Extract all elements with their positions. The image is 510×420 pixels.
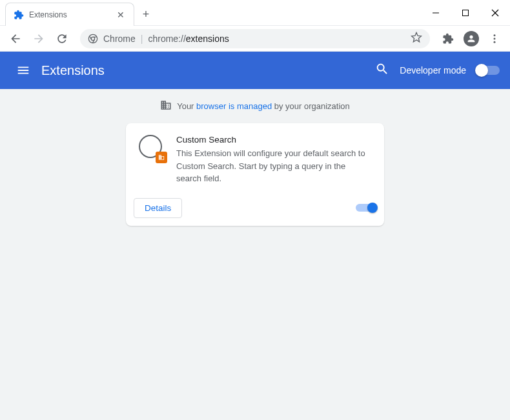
managed-suffix: by your organization [272,101,350,111]
new-tab-button[interactable]: + [137,5,155,23]
omnibox-url: chrome://extensions [148,33,229,45]
extension-toggle[interactable] [356,204,376,212]
menu-icon[interactable] [484,28,505,49]
extensions-icon[interactable] [438,28,458,49]
managed-browser-notice: Your browser is managed by your organiza… [0,97,510,123]
hamburger-menu-icon[interactable] [10,57,36,83]
svg-point-11 [494,41,496,43]
extension-name: Custom Search [176,135,371,145]
back-button[interactable] [5,28,26,49]
managed-badge-icon [156,152,167,163]
developer-mode-toggle[interactable] [476,66,500,75]
maximize-button[interactable] [451,0,480,26]
search-icon[interactable] [375,62,389,79]
address-bar[interactable]: Chrome | chrome://extensions [80,29,430,48]
svg-point-10 [494,37,496,39]
managed-link[interactable]: browser is managed [196,101,272,111]
omnibox-separator: | [141,34,143,44]
content-area: Your browser is managed by your organiza… [0,89,510,420]
window-controls [421,0,510,26]
page-title: Extensions [41,63,105,78]
minimize-button[interactable] [421,0,451,26]
svg-rect-1 [463,10,469,16]
close-tab-icon[interactable]: ✕ [116,10,126,20]
chrome-icon [88,34,98,44]
close-window-button[interactable] [480,0,510,26]
extension-icon [139,135,165,161]
extension-description: This Extension will configure your defau… [176,147,371,185]
managed-prefix: Your [177,101,196,111]
extension-card: Custom Search This Extension will config… [126,123,384,226]
forward-button[interactable] [28,28,49,49]
window-titlebar: Extensions ✕ + [0,0,510,26]
browser-tab[interactable]: Extensions ✕ [5,3,134,26]
toggle-thumb [367,203,378,213]
organization-icon [160,99,172,113]
extensions-puzzle-icon [14,10,24,20]
profile-avatar[interactable] [461,28,482,49]
browser-toolbar: Chrome | chrome://extensions [0,26,510,52]
tab-title: Extensions [29,10,110,19]
developer-mode-label: Developer mode [400,65,466,75]
omnibox-label: Chrome [103,34,136,44]
bookmark-star-icon[interactable] [411,32,422,46]
toggle-thumb [475,64,488,77]
details-button[interactable]: Details [134,198,182,218]
svg-point-9 [494,34,496,36]
reload-button[interactable] [52,28,72,49]
page-header: Extensions Developer mode [0,52,510,89]
